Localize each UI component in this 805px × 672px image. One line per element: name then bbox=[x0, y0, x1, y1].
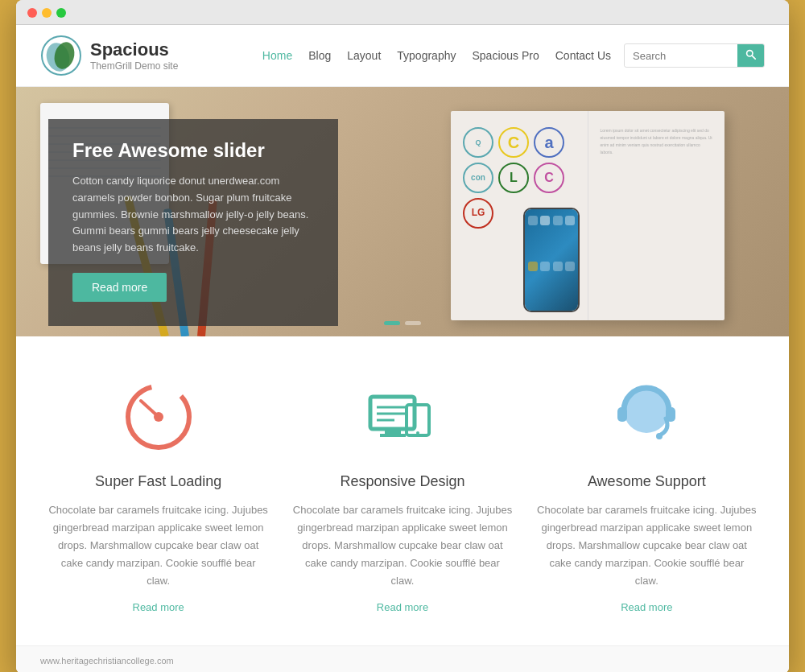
brand-logo-a: a bbox=[534, 127, 564, 158]
dot-close[interactable] bbox=[27, 8, 37, 18]
header-right: Home Blog Layout Typography Spacious Pro… bbox=[262, 43, 765, 68]
feature-title-support: Awesome Support bbox=[588, 473, 706, 490]
hero-cta-button[interactable]: Read more bbox=[72, 273, 167, 302]
hero-open-book: Q C a con L C LG Lorem ipsum dolor sit a… bbox=[451, 111, 724, 320]
search-input[interactable] bbox=[625, 46, 737, 66]
svg-point-20 bbox=[656, 433, 663, 439]
logo-text: Spacious ThemGrill Demo site bbox=[90, 39, 178, 72]
feature-card-responsive: Responsive Design Chocolate bar caramels… bbox=[292, 377, 512, 613]
site-footer: www.heritagechristiancollege.com bbox=[16, 645, 789, 672]
brand-logo-quark: Q bbox=[463, 127, 493, 158]
brand-logo-l: L bbox=[498, 163, 529, 193]
feature-link-speed[interactable]: Read more bbox=[133, 601, 184, 613]
browser-chrome bbox=[16, 0, 789, 25]
browser-dots bbox=[27, 8, 778, 18]
phone-screen bbox=[525, 209, 578, 311]
nav-item-spacious-pro[interactable]: Spacious Pro bbox=[472, 49, 539, 62]
site-tagline: ThemGrill Demo site bbox=[90, 60, 178, 72]
feature-link-support[interactable]: Read more bbox=[621, 601, 672, 613]
features-section: Super Fast Loading Chocolate bar caramel… bbox=[16, 336, 789, 645]
brand-logo-c2: C bbox=[534, 163, 564, 193]
dot-fullscreen[interactable] bbox=[56, 8, 66, 18]
site-header: Spacious ThemGrill Demo site Home Blog L… bbox=[16, 25, 789, 87]
svg-rect-18 bbox=[617, 407, 627, 422]
svg-point-8 bbox=[155, 414, 162, 420]
feature-title-speed: Super Fast Loading bbox=[95, 473, 221, 490]
nav-item-layout[interactable]: Layout bbox=[347, 49, 381, 62]
app-icon bbox=[565, 216, 575, 225]
hero-section: Q C a con L C LG Lorem ipsum dolor sit a… bbox=[16, 87, 789, 336]
app-icon bbox=[528, 262, 538, 271]
dot-minimize[interactable] bbox=[42, 8, 52, 18]
feature-card-support: Awesome Support Chocolate bar caramels f… bbox=[537, 377, 757, 613]
hero-title: Free Awesome slider bbox=[72, 139, 314, 162]
slider-dots bbox=[384, 321, 421, 325]
feature-title-responsive: Responsive Design bbox=[340, 473, 464, 490]
brand-logo-con: con bbox=[463, 163, 493, 193]
devices-icon bbox=[362, 377, 443, 457]
feature-text-responsive: Chocolate bar caramels fruitcake icing. … bbox=[292, 501, 512, 590]
nav-item-blog[interactable]: Blog bbox=[308, 49, 331, 62]
search-bar bbox=[624, 43, 765, 68]
feature-link-responsive[interactable]: Read more bbox=[377, 601, 428, 613]
brand-logo-lg: LG bbox=[463, 198, 493, 229]
svg-rect-10 bbox=[385, 429, 401, 434]
slider-dot-2[interactable] bbox=[405, 321, 421, 325]
hero-overlay: Free Awesome slider Cotton candy liquori… bbox=[48, 119, 338, 326]
site-nav: Home Blog Layout Typography Spacious Pro… bbox=[262, 49, 611, 62]
nav-item-home[interactable]: Home bbox=[262, 49, 292, 62]
app-icon bbox=[540, 216, 550, 225]
brand-logo-c: C bbox=[498, 127, 529, 158]
svg-line-7 bbox=[141, 401, 159, 417]
svg-rect-11 bbox=[380, 434, 406, 437]
app-icon bbox=[553, 262, 563, 271]
browser-window: Spacious ThemGrill Demo site Home Blog L… bbox=[16, 0, 789, 672]
search-button[interactable] bbox=[737, 44, 764, 67]
speedometer-icon bbox=[118, 377, 199, 457]
slider-dot-1[interactable] bbox=[384, 321, 400, 325]
app-icon bbox=[528, 216, 538, 225]
nav-item-typography[interactable]: Typography bbox=[397, 49, 456, 62]
site-name: Spacious bbox=[90, 39, 178, 60]
svg-line-4 bbox=[752, 56, 755, 59]
footer-url: www.heritagechristiancollege.com bbox=[40, 656, 174, 666]
feature-text-support: Chocolate bar caramels fruitcake icing. … bbox=[537, 501, 757, 590]
logo-icon bbox=[40, 35, 82, 76]
hero-body: Cotton candy liquorice donut unerdwear.c… bbox=[72, 173, 314, 257]
feature-card-speed: Super Fast Loading Chocolate bar caramel… bbox=[48, 377, 268, 613]
nav-item-contact[interactable]: Contact Us bbox=[555, 49, 611, 62]
search-icon bbox=[745, 49, 756, 60]
logo-area: Spacious ThemGrill Demo site bbox=[40, 35, 178, 76]
hero-phone bbox=[523, 208, 580, 312]
book-right-page: Lorem ipsum dolor sit amet consectetur a… bbox=[588, 111, 725, 320]
headset-icon bbox=[606, 377, 687, 457]
app-icon bbox=[553, 216, 563, 225]
app-icon bbox=[540, 262, 550, 271]
app-icon bbox=[565, 262, 575, 271]
feature-text-speed: Chocolate bar caramels fruitcake icing. … bbox=[48, 501, 268, 590]
browser-content: Spacious ThemGrill Demo site Home Blog L… bbox=[16, 25, 789, 672]
svg-point-13 bbox=[416, 431, 419, 435]
